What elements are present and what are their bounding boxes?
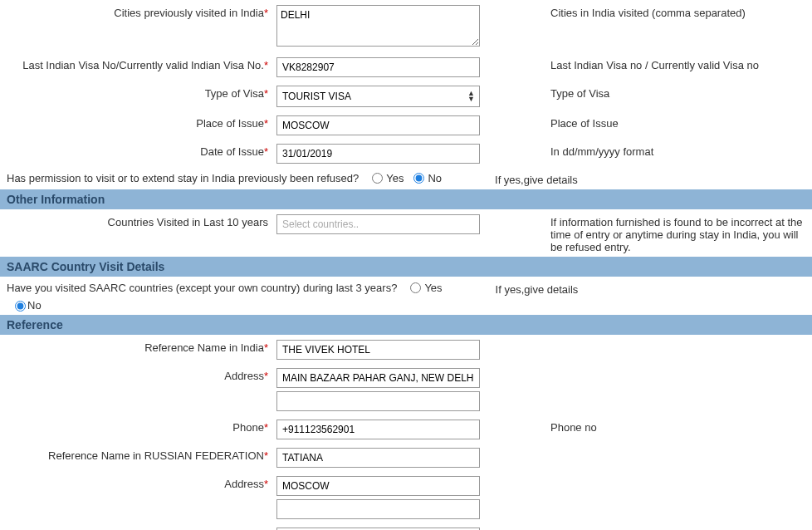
label-text: Last Indian Visa No/Currently valid Indi… [22, 59, 264, 71]
radio-group-permission: Yes No [367, 172, 445, 184]
radio-label-no: No [27, 299, 42, 312]
label-cities-visited: Cities previously visited in India* [7, 3, 276, 19]
label-text: Address [224, 370, 264, 382]
row-last-visa-no: Last Indian Visa No/Currently valid Indi… [0, 52, 812, 81]
required-mark: * [264, 449, 268, 462]
input-ref-home-address-1[interactable] [276, 476, 480, 496]
input-ref-home-name[interactable] [276, 448, 480, 468]
hint-date-of-issue: In dd/mm/yyyy format [492, 142, 805, 158]
label-text: Place of Issue [196, 117, 264, 130]
hint-last-visa-no: Last Indian Visa no / Currently valid Vi… [492, 56, 805, 71]
required-mark: * [264, 478, 268, 490]
select-visa-type[interactable]: TOURIST VISA [276, 86, 480, 107]
row-place-of-issue: Place of Issue* Place of Issue [0, 110, 812, 139]
label-text: Cities previously visited in India [114, 7, 264, 19]
label-ref-home-phone: Phone* [7, 526, 276, 530]
section-saarc: SAARC Country Visit Details [0, 257, 812, 277]
hint-saarc: If yes,give details [446, 280, 805, 296]
hint-place-of-issue: Place of Issue [492, 114, 805, 130]
radio-permission-no[interactable] [413, 173, 424, 184]
input-cities-visited[interactable]: DELHI [276, 5, 480, 47]
radio-group-saarc-no-row: No [7, 296, 805, 312]
label-text: Reference Name in RUSSIAN FEDERATION [48, 449, 264, 462]
label-countries-visited: Countries Visited in Last 10 years [7, 213, 276, 228]
label-text: Date of Issue [200, 145, 264, 158]
required-mark: * [264, 421, 268, 434]
label-last-visa-no: Last Indian Visa No/Currently valid Indi… [7, 56, 276, 71]
label-ref-home-name: Reference Name in RUSSIAN FEDERATION* [7, 446, 276, 462]
input-place-of-issue[interactable] [276, 115, 480, 135]
hint-visa-type: Type of Visa [492, 84, 805, 100]
row-ref-india-name: Reference Name in India* [0, 335, 812, 363]
required-mark: * [264, 117, 268, 130]
section-reference: Reference [0, 315, 812, 335]
row-ref-india-phone: Phone* Phone no [0, 415, 812, 443]
input-ref-india-name[interactable] [276, 340, 480, 360]
radio-saarc-yes[interactable] [410, 282, 421, 293]
row-visa-type: Type of Visa* TOURIST VISA ▲▼ Type of Vi… [0, 81, 812, 110]
input-ref-india-address-2[interactable] [276, 391, 480, 411]
input-date-of-issue[interactable] [276, 144, 480, 164]
hint-ref-india-phone: Phone no [492, 418, 805, 434]
label-place-of-issue: Place of Issue* [7, 114, 276, 130]
row-ref-home-phone: Phone* Phone no [0, 523, 812, 530]
radio-label-no: No [428, 172, 442, 184]
required-mark: * [264, 87, 268, 100]
label-text: Address [224, 478, 264, 490]
visa-form: Cities previously visited in India* DELH… [0, 0, 812, 530]
input-last-visa-no[interactable] [276, 57, 480, 77]
row-date-of-issue: Date of Issue* In dd/mm/yyyy format [0, 139, 812, 167]
question-saarc: Have you visited SAARC countries (except… [7, 282, 405, 294]
radio-group-saarc-yes: Yes [405, 282, 445, 294]
label-ref-home-address: Address* [7, 474, 276, 490]
hint-countries-visited: If information furnished is found to be … [492, 213, 805, 253]
label-ref-india-name: Reference Name in India* [7, 338, 276, 354]
label-ref-india-address: Address* [7, 366, 276, 382]
input-ref-india-address-1[interactable] [276, 368, 480, 388]
hint-cities-visited: Cities in India visited (comma separated… [492, 3, 805, 19]
required-mark: * [264, 341, 268, 354]
question-permission-refused: Has permission to visit or to extend sta… [7, 172, 367, 184]
input-countries-visited[interactable] [276, 214, 480, 234]
label-text: Phone [232, 421, 264, 434]
input-ref-home-address-2[interactable] [276, 499, 480, 519]
radio-label-yes: Yes [386, 172, 404, 184]
row-permission-refused: Has permission to visit or to extend sta… [0, 167, 812, 189]
label-date-of-issue: Date of Issue* [7, 142, 276, 158]
label-ref-india-phone: Phone* [7, 418, 276, 434]
row-cities-visited: Cities previously visited in India* DELH… [0, 0, 812, 52]
input-ref-india-phone[interactable] [276, 420, 480, 439]
radio-permission-yes[interactable] [372, 173, 383, 184]
label-text: Reference Name in India [144, 341, 264, 354]
row-saarc-visited: Have you visited SAARC countries (except… [0, 277, 812, 315]
required-mark: * [264, 370, 268, 382]
label-text: Type of Visa [205, 87, 264, 100]
row-ref-home-address: Address* [0, 471, 812, 523]
section-other-information: Other Information [0, 189, 812, 209]
required-mark: * [264, 7, 268, 19]
radio-saarc-no[interactable] [15, 301, 26, 312]
required-mark: * [264, 145, 268, 158]
hint-permission-refused: If yes,give details [445, 170, 805, 186]
row-ref-india-address: Address* [0, 363, 812, 415]
label-visa-type: Type of Visa* [7, 84, 276, 100]
row-ref-home-name: Reference Name in RUSSIAN FEDERATION* [0, 443, 812, 471]
hint-ref-home-phone: Phone no [492, 526, 805, 530]
required-mark: * [264, 59, 268, 71]
row-countries-visited: Countries Visited in Last 10 years If in… [0, 209, 812, 257]
radio-label-yes: Yes [424, 282, 442, 294]
